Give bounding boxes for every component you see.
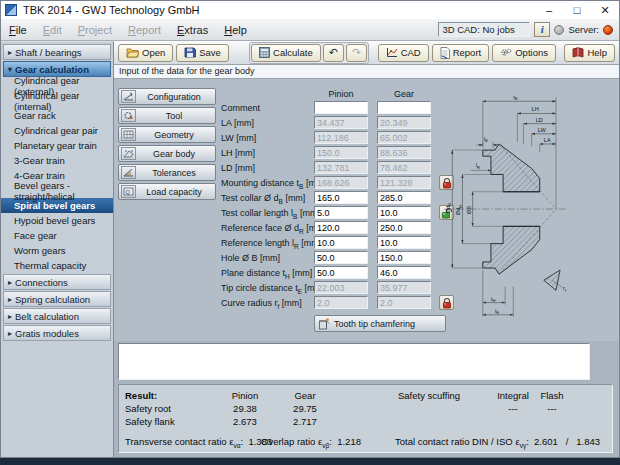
sidebar-item-bevel-gears-straight-helical[interactable]: Bevel gears - straight/helical [1,183,113,198]
gear-input-hole-b-mm[interactable] [377,251,431,264]
options-button[interactable]: Options [492,44,556,62]
column-header-pinion: Pinion [314,89,368,99]
sidebar-item-planetary-gear-train[interactable]: Planetary gear train [1,138,113,153]
pinion-input-plane-distance-th[interactable] [314,266,368,279]
gear-input-mounting-distance-tb [377,176,431,189]
calculate-label: Calculate [273,47,313,58]
gear-body-label: Gear body [139,149,215,159]
chamfer-label: Tooth tip chamfering [334,319,415,329]
svg-text:Q: Q [125,189,130,195]
gear-input-test-collar-db[interactable] [377,191,431,204]
gear-input-ld-mm [377,161,431,174]
report-button[interactable]: Report [432,44,490,62]
sidebar-item-3-gear-train[interactable]: 3-Gear train [1,153,113,168]
open-label: Open [142,47,165,58]
toolbar: Open Save Calculate ↶ ↷ [114,41,619,65]
sidebar-item-hypoid-bevel-gears[interactable]: Hypoid bevel gears [1,213,113,228]
sidebar-item-thermal-capacity[interactable]: Thermal capacity [1,258,113,273]
safety-root-gear: 29.75 [275,403,335,414]
gear-input-reference-face-dr[interactable] [377,221,431,234]
menu-item-help[interactable]: Help [216,20,255,40]
maximize-button[interactable]: □ [563,1,591,19]
tolerances-label: Tolerances [139,168,215,178]
gear-body-icon [121,147,136,160]
svg-text:LH: LH [532,106,539,112]
cad-status-field: 3D CAD: No jobs [438,22,530,37]
gear-input-curve-radius-rf [377,296,431,309]
tooth-tip-chamfering-button[interactable]: Tooth tip chamfering [314,315,446,332]
safety-root-pinion: 29.38 [215,403,275,414]
triangle-down-icon: ▾ [8,65,12,74]
configuration-label: Configuration [139,92,215,102]
server-status-led [603,25,613,35]
sidebar-item-cylindrical-gear-pair[interactable]: Cylindrical gear pair [1,123,113,138]
help-button[interactable]: Help [564,44,615,62]
tolerances-button[interactable]: Tolerances [118,164,216,181]
safety-flank-gear: 2.717 [275,416,335,427]
cad-status-led [554,25,564,35]
gear-input-test-collar-length-lb[interactable] [377,206,431,219]
sidebar-section-spring-calculation[interactable]: ▸Spring calculation [3,291,111,307]
load-capacity-button[interactable]: Q Load capacity [118,183,216,200]
menu-item-file[interactable]: File [1,20,35,40]
sidebar-item-face-gear[interactable]: Face gear [1,228,113,243]
sidebar-section-shaft-bearings[interactable]: ▸Shaft / bearings [3,44,111,60]
svg-text:tE: tE [495,308,500,315]
gear-body-button[interactable]: Gear body [118,145,216,162]
svg-text:tH: tH [491,296,496,303]
info-button[interactable]: i [534,22,550,37]
gear-input-plane-distance-th[interactable] [377,266,431,279]
configuration-button[interactable]: Configuration [118,88,216,105]
calculate-button[interactable]: Calculate [251,44,321,62]
sidebar: ▸Shaft / bearings▾Gear calculationCylind… [1,41,114,457]
minimize-button[interactable]: – [535,1,563,19]
cad-button[interactable]: CAD [378,44,429,62]
open-button[interactable]: Open [118,44,173,62]
report-page-icon [440,47,450,59]
pinion-input-reference-length-lr[interactable] [314,236,368,249]
row-label-tip-circle-distance-te: Tip circle distance tE [mm] [221,283,325,295]
overlap-ratio: Overlap ratio εvβ: 1.218 [261,436,361,449]
message-box [118,343,590,380]
menu-bar: File Edit Project Report Extras Help 3D … [1,19,619,41]
geometry-button[interactable]: Geometry [118,126,216,143]
sidebar-section-belt-calculation[interactable]: ▸Belt calculation [3,308,111,324]
menu-item-edit: Edit [35,20,70,40]
window-bottom-edge [0,458,620,465]
pinion-input-test-collar-length-lb[interactable] [314,206,368,219]
row-label-lw-mm: LW [mm] [221,133,256,145]
sidebar-item-cylindrical-gear-internal[interactable]: Cylindrical gear (internal) [1,93,113,108]
gear-input-tip-circle-distance-te [377,281,431,294]
calculate-group: Calculate ↶ ↷ [249,42,369,64]
triangle-right-icon: ▸ [8,278,12,287]
sidebar-item-worm-gears[interactable]: Worm gears [1,243,113,258]
section-label: Gratis modules [15,328,79,339]
undo-button[interactable]: ↶ [323,44,344,62]
pinion-input-test-collar-db[interactable] [314,191,368,204]
row-label-la-mm: LA [mm] [221,118,254,130]
scuffing-flash-value: --- [522,403,582,414]
pinion-input-reference-face-dr[interactable] [314,221,368,234]
sidebar-section-connections[interactable]: ▸Connections [3,274,111,290]
gear-input-comment[interactable] [377,101,431,114]
row-label-lh-mm: LH [mm] [221,148,255,160]
gear-input-lh-mm [377,146,431,159]
geometry-label: Geometry [139,130,215,140]
tool-label: Tool [139,111,215,121]
sidebar-section-gratis-modules[interactable]: ▸Gratis modules [3,325,111,341]
save-label: Save [199,47,221,58]
section-label: Spring calculation [15,294,90,305]
tool-button[interactable]: Tool [118,107,216,124]
redo-icon: ↷ [352,46,361,59]
pinion-input-hole-b-mm[interactable] [314,251,368,264]
pinion-input-comment[interactable] [314,101,368,114]
server-label: Server: [568,24,599,35]
svg-text:tB: tB [513,94,518,101]
save-button[interactable]: Save [176,44,229,62]
options-label: Options [515,47,548,58]
safety-flank-pinion: 2.673 [215,416,275,427]
gear-input-reference-length-lr[interactable] [377,236,431,249]
menu-item-extras[interactable]: Extras [169,20,216,40]
menu-item-project: Project [70,20,120,40]
close-button[interactable]: ✕ [591,1,619,19]
